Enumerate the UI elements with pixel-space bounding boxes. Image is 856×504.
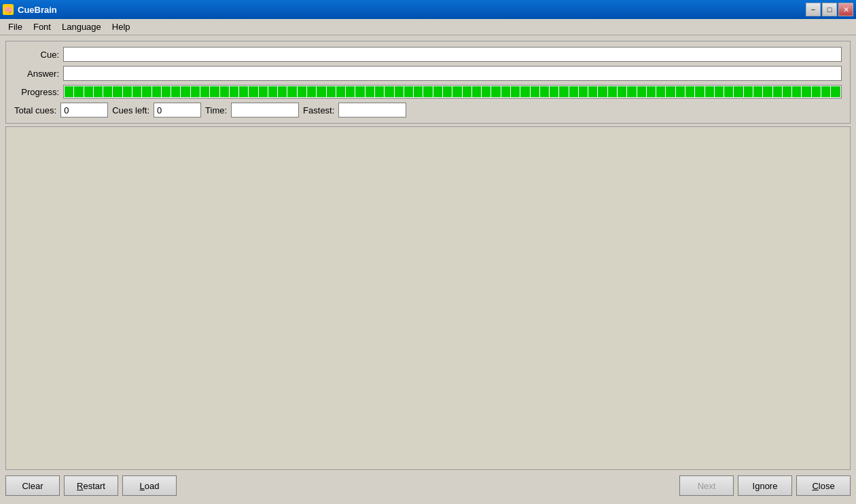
- progress-segment: [317, 86, 325, 97]
- progress-segment: [724, 86, 733, 97]
- progress-segment: [501, 86, 510, 97]
- progress-segment: [94, 86, 103, 97]
- title-bar-left: 🧠 CueBrain: [3, 4, 57, 15]
- progress-segment: [132, 86, 141, 97]
- progress-segment: [123, 86, 132, 97]
- progress-segment: [395, 86, 404, 97]
- progress-segment: [618, 86, 626, 97]
- progress-segment: [287, 86, 296, 97]
- menu-help[interactable]: Help: [107, 20, 136, 33]
- answer-input[interactable]: [63, 66, 842, 81]
- progress-segment: [744, 86, 753, 97]
- restore-button[interactable]: □: [822, 3, 837, 16]
- progress-segment: [327, 86, 336, 97]
- progress-segment: [559, 86, 568, 97]
- restart-button[interactable]: Restart: [64, 475, 118, 496]
- progress-segment: [666, 86, 675, 97]
- fastest-label: Fastest:: [303, 105, 334, 115]
- progress-segment: [171, 86, 180, 97]
- progress-segment: [705, 86, 714, 97]
- app-title: CueBrain: [18, 5, 57, 15]
- title-bar: 🧠 CueBrain − □ ✕: [0, 0, 856, 19]
- progress-segment: [84, 86, 93, 97]
- progress-bar: [63, 85, 842, 98]
- progress-segment: [598, 86, 607, 97]
- progress-segment: [588, 86, 597, 97]
- menu-language[interactable]: Language: [56, 20, 107, 33]
- progress-segment: [715, 86, 724, 97]
- stats-row: Total cues: Cues left: Time: Fastest:: [14, 103, 842, 118]
- main-window: Cue: Answer: Progress: Total cues: Cues …: [0, 35, 856, 504]
- progress-segment: [423, 86, 432, 97]
- progress-segment: [385, 86, 393, 97]
- progress-segment: [734, 86, 743, 97]
- progress-segment: [627, 86, 636, 97]
- total-cues-label: Total cues:: [14, 105, 56, 115]
- cue-input[interactable]: [63, 47, 842, 62]
- total-cues-input[interactable]: [60, 103, 108, 118]
- progress-segment: [831, 86, 840, 97]
- title-bar-controls: − □ ✕: [806, 3, 853, 16]
- progress-segment: [783, 86, 791, 97]
- next-button[interactable]: Next: [679, 475, 734, 496]
- progress-segment: [531, 86, 539, 97]
- progress-segment: [647, 86, 656, 97]
- progress-segment: [65, 86, 73, 97]
- cue-label: Cue:: [14, 50, 63, 60]
- menu-file[interactable]: File: [3, 20, 28, 33]
- progress-segment: [685, 86, 694, 97]
- menu-bar: File Font Language Help: [0, 19, 856, 35]
- bottom-right-buttons: Next Ignore Close: [679, 475, 851, 496]
- cues-left-label: Cues left:: [112, 105, 149, 115]
- progress-segment: [162, 86, 171, 97]
- progress-segment: [637, 86, 646, 97]
- progress-segment: [569, 86, 578, 97]
- progress-segment: [103, 86, 112, 97]
- progress-segment: [491, 86, 500, 97]
- progress-segment: [113, 86, 122, 97]
- progress-segment: [482, 86, 491, 97]
- time-label: Time:: [205, 105, 227, 115]
- form-area: Cue: Answer: Progress: Total cues: Cues …: [5, 41, 851, 124]
- progress-segment: [191, 86, 200, 97]
- progress-segment: [763, 86, 772, 97]
- progress-segment: [259, 86, 268, 97]
- progress-segment: [336, 86, 345, 97]
- progress-segment: [695, 86, 704, 97]
- progress-row: Progress:: [14, 85, 842, 98]
- progress-segment: [520, 86, 529, 97]
- progress-segment: [511, 86, 520, 97]
- load-button[interactable]: Load: [122, 475, 177, 496]
- answer-label: Answer:: [14, 69, 63, 79]
- fastest-input[interactable]: [338, 103, 406, 118]
- progress-segment: [656, 86, 665, 97]
- close-button[interactable]: Close: [796, 475, 851, 496]
- progress-segment: [579, 86, 588, 97]
- close-label: Close: [812, 481, 834, 491]
- progress-segment: [307, 86, 316, 97]
- progress-segment: [230, 86, 238, 97]
- time-input[interactable]: [231, 103, 299, 118]
- progress-segment: [239, 86, 248, 97]
- progress-segment: [375, 86, 384, 97]
- progress-segment: [355, 86, 364, 97]
- minimize-button[interactable]: −: [806, 3, 821, 16]
- progress-segment: [74, 86, 83, 97]
- progress-segment: [249, 86, 257, 97]
- progress-segment: [210, 86, 219, 97]
- cues-left-input[interactable]: [154, 103, 201, 118]
- restart-label: Restart: [77, 481, 105, 491]
- menu-font[interactable]: Font: [28, 20, 56, 33]
- cue-row: Cue:: [14, 47, 842, 62]
- ignore-button[interactable]: Ignore: [738, 475, 792, 496]
- progress-segment: [802, 86, 810, 97]
- window-close-button[interactable]: ✕: [838, 3, 853, 16]
- progress-segment: [443, 86, 452, 97]
- bottom-left-buttons: Clear Restart Load: [5, 475, 177, 496]
- progress-segment: [200, 86, 209, 97]
- progress-segment: [540, 86, 549, 97]
- progress-segment: [268, 86, 277, 97]
- progress-segment: [452, 86, 461, 97]
- progress-segment: [550, 86, 558, 97]
- clear-button[interactable]: Clear: [5, 475, 60, 496]
